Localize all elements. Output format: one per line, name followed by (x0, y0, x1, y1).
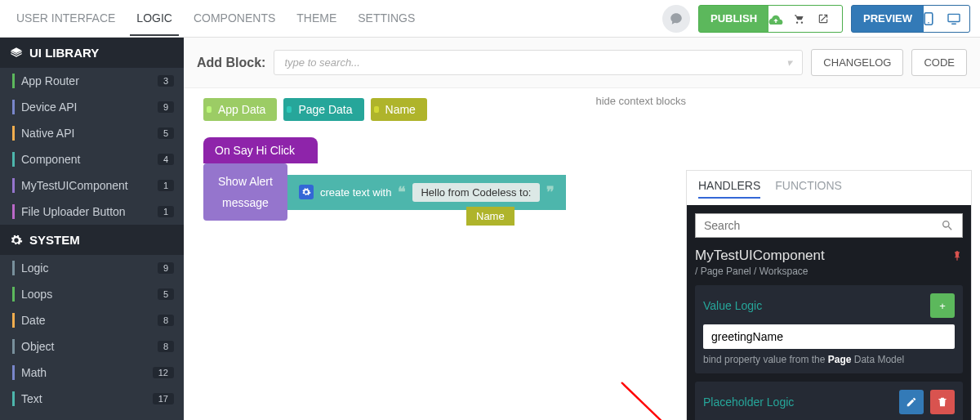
add-logic-button[interactable]: + (930, 293, 955, 318)
sidebar-item[interactable]: Math12 (0, 360, 184, 386)
tab-theme[interactable]: THEME (290, 2, 343, 36)
edit-logic-button[interactable] (899, 390, 924, 414)
show-alert-block[interactable]: Show Alert message (203, 163, 287, 221)
svg-line-3 (621, 382, 675, 420)
component-title: MyTestUIComponent (695, 248, 825, 264)
handlers-panel: HANDLERS FUNCTIONS MyTestUIComponent / (686, 170, 972, 420)
mobile-preview-icon[interactable] (924, 12, 947, 25)
context-block-page-data[interactable]: Page Data (283, 98, 363, 121)
preview-button[interactable]: PREVIEW (852, 6, 924, 32)
svg-point-1 (928, 22, 929, 24)
external-link-icon[interactable] (817, 13, 842, 25)
event-hat-block[interactable]: On Say Hi Click (203, 137, 318, 163)
search-icon[interactable] (941, 219, 954, 232)
chat-button[interactable] (662, 5, 690, 33)
sidebar-item[interactable]: Date8 (0, 307, 184, 333)
context-block-name[interactable]: Name (371, 98, 427, 121)
changelog-button[interactable]: CHANGELOG (811, 49, 903, 76)
pin-icon[interactable] (951, 250, 963, 261)
tab-settings[interactable]: SETTINGS (351, 2, 421, 36)
ui-library-header[interactable]: UI LIBRARY (0, 38, 184, 68)
desktop-preview-icon[interactable] (947, 13, 969, 25)
placeholder-logic-label[interactable]: Placeholder Logic (703, 395, 794, 409)
add-block-label: Add Block: (197, 56, 265, 70)
tab-components[interactable]: COMPONENTS (187, 2, 282, 36)
tab-user-interface[interactable]: USER INTERFACE (10, 2, 122, 36)
tab-logic[interactable]: LOGIC (130, 2, 179, 36)
block-canvas[interactable]: hide context blocks App Data Page Data N… (184, 87, 980, 420)
annotation-arrow (614, 379, 688, 420)
sidebar-item[interactable]: App Router3 (0, 68, 184, 94)
sidebar-item[interactable]: MyTestUIComponent1 (0, 172, 184, 199)
sidebar-item[interactable]: Logic9 (0, 255, 184, 281)
binding-input[interactable] (703, 324, 955, 349)
main-tabs: USER INTERFACE LOGIC COMPONENTS THEME SE… (10, 2, 421, 36)
breadcrumb: / Page Panel / Workspace (695, 266, 963, 277)
string-literal[interactable]: Hello from Codeless to: (412, 183, 539, 202)
code-button[interactable]: CODE (911, 49, 967, 76)
gear-icon (10, 234, 23, 247)
delete-logic-button[interactable] (930, 390, 955, 414)
sidebar-item[interactable]: Loops5 (0, 281, 184, 307)
create-text-block[interactable]: create text with ❝ Hello from Codeless t… (287, 175, 566, 210)
cloud-upload-icon[interactable] (768, 13, 793, 25)
system-header[interactable]: SYSTEM (0, 225, 184, 255)
sidebar-item[interactable]: Object8 (0, 333, 184, 360)
hide-context-link[interactable]: hide context blocks (595, 95, 686, 107)
add-block-search[interactable]: type to search... ▾ (274, 50, 803, 75)
sidebar-item[interactable]: Component4 (0, 146, 184, 172)
chevron-down-icon: ▾ (786, 56, 792, 69)
sidebar-item[interactable]: File Uploader Button1 (0, 199, 184, 225)
sidebar-item[interactable]: Text17 (0, 386, 184, 412)
cart-icon[interactable] (793, 13, 817, 25)
tab-functions[interactable]: FUNCTIONS (775, 179, 842, 199)
sidebar-item[interactable]: Device API9 (0, 94, 184, 120)
gear-icon[interactable] (299, 185, 314, 199)
handler-search-input[interactable] (704, 219, 941, 232)
binding-hint: bind property value from the Page Data M… (703, 354, 955, 365)
svg-rect-2 (948, 14, 960, 21)
context-block-app-data[interactable]: App Data (203, 98, 277, 121)
name-variable-block[interactable]: Name (466, 207, 514, 226)
sidebar: UI LIBRARY App Router3 Device API9 Nativ… (0, 0, 184, 420)
value-logic-label[interactable]: Value Logic (703, 299, 762, 312)
stack-icon (10, 47, 23, 60)
publish-button[interactable]: PUBLISH (699, 6, 768, 32)
sidebar-item[interactable]: Native API5 (0, 120, 184, 146)
tab-handlers[interactable]: HANDLERS (698, 179, 760, 199)
